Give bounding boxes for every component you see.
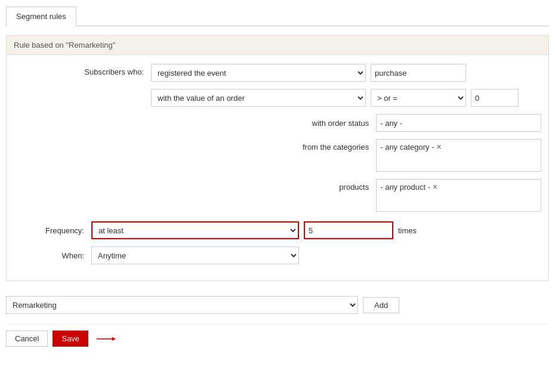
subscribers-label: Subscribers who: bbox=[14, 64, 151, 76]
save-arrow-indicator bbox=[97, 334, 116, 344]
products-tag-input[interactable]: - any product - × bbox=[376, 179, 541, 212]
categories-row: from the categories - any category - × bbox=[14, 139, 541, 172]
products-label: products bbox=[14, 179, 376, 192]
rule-body: Subscribers who: registered the event th… bbox=[7, 55, 548, 280]
category-tag-text: - any category - bbox=[380, 143, 434, 152]
product-tag-close[interactable]: × bbox=[433, 182, 437, 192]
event-type-input[interactable] bbox=[371, 64, 466, 82]
value-select[interactable]: with the value of an order registered th… bbox=[151, 89, 366, 107]
value-label bbox=[14, 89, 151, 92]
order-status-row: with order status bbox=[14, 114, 541, 132]
value-row: with the value of an order registered th… bbox=[14, 89, 541, 107]
comparator-select[interactable]: > or = < > = <= bbox=[371, 89, 466, 107]
frequency-controls: at least at most exactly 5 times bbox=[91, 221, 417, 239]
remarketing-select[interactable]: Remarketing New visitors Loyal customers bbox=[6, 296, 358, 314]
rule-box: Rule based on "Remarketing" Subscribers … bbox=[6, 35, 549, 281]
order-status-input[interactable] bbox=[376, 114, 541, 132]
category-tag-close[interactable]: × bbox=[437, 142, 442, 152]
tab-segment-rules[interactable]: Segment rules bbox=[6, 7, 76, 26]
products-row: products - any product - × bbox=[14, 179, 541, 212]
frequency-row: Frequency: at least at most exactly 5 ti… bbox=[14, 221, 541, 239]
product-tag: - any product - × bbox=[380, 182, 437, 192]
svg-marker-1 bbox=[112, 337, 116, 340]
when-row: When: Anytime Last 7 days Last 30 days L… bbox=[14, 246, 541, 264]
frequency-label: Frequency: bbox=[14, 226, 91, 235]
when-label: When: bbox=[14, 251, 91, 260]
categories-label: from the categories bbox=[14, 139, 376, 152]
action-row: Cancel Save bbox=[6, 324, 549, 347]
product-tag-text: - any product - bbox=[380, 183, 430, 192]
categories-tag-input[interactable]: - any category - × bbox=[376, 139, 541, 172]
subscribers-row: Subscribers who: registered the event th… bbox=[14, 64, 541, 82]
cancel-button[interactable]: Cancel bbox=[6, 331, 48, 347]
value-input[interactable]: 0 bbox=[471, 89, 519, 107]
when-select[interactable]: Anytime Last 7 days Last 30 days Last 90… bbox=[91, 246, 299, 264]
value-controls: with the value of an order registered th… bbox=[151, 89, 541, 107]
add-button[interactable]: Add bbox=[363, 297, 399, 313]
times-label: times bbox=[398, 226, 417, 235]
category-tag: - any category - × bbox=[380, 142, 442, 152]
event-select[interactable]: registered the event the value of an ord… bbox=[151, 64, 366, 82]
rule-header: Rule based on "Remarketing" bbox=[7, 36, 548, 55]
tabs-bar: Segment rules bbox=[6, 6, 549, 26]
order-status-label: with order status bbox=[14, 119, 376, 128]
subscribers-controls: registered the event the value of an ord… bbox=[151, 64, 541, 82]
frequency-times-input[interactable]: 5 bbox=[304, 221, 393, 239]
save-button[interactable]: Save bbox=[53, 331, 88, 347]
bottom-section: Remarketing New visitors Loyal customers… bbox=[6, 290, 549, 347]
frequency-select[interactable]: at least at most exactly bbox=[91, 221, 299, 239]
add-row: Remarketing New visitors Loyal customers… bbox=[6, 296, 549, 314]
